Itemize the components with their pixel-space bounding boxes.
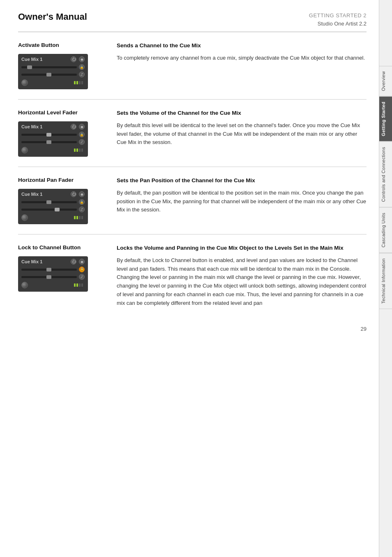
sidebar-tab-overview[interactable]: Overview	[379, 66, 392, 96]
headphone-icon-4: ◉	[79, 259, 85, 265]
pan-fader-row-2	[21, 139, 85, 145]
headphone-icon-2: ◉	[79, 124, 85, 130]
sidebar: Overview Getting Started Controls and Co…	[379, 0, 392, 557]
power-icon-3	[71, 191, 76, 197]
zap-icon-3	[79, 207, 85, 212]
pan-fader-thumb-1	[46, 73, 51, 77]
seg-3-1	[74, 216, 76, 219]
seg-2-1	[74, 149, 76, 152]
seg-3-3	[79, 216, 81, 219]
pan-fader-thumb-3	[55, 208, 60, 211]
level-fader-heading: Sets the Volume of the Channel for the C…	[117, 109, 367, 117]
fader-lock-3: 🔒	[79, 199, 85, 205]
cue-segments-3	[74, 216, 83, 219]
seg-4-3	[79, 283, 81, 287]
sidebar-tab-controls[interactable]: Controls and Connections	[379, 142, 392, 207]
lock-button-label: Lock to Channel Button	[18, 244, 108, 251]
sidebar-tab-technical[interactable]: Technical Information	[379, 253, 392, 309]
cue-widget-pan: Cue Mix 1 ◉ 🔒	[18, 189, 88, 224]
cue-widget-title-4: Cue Mix 1	[21, 259, 42, 264]
level-fader-row-2: 🔒	[21, 132, 85, 137]
section-right-lock: Locks the Volume and Panning in the Cue …	[117, 244, 367, 308]
pan-fader-track-4	[21, 276, 77, 278]
page-number: 29	[18, 326, 367, 332]
fader-lock-1: 🔒	[79, 64, 85, 70]
level-fader-track-1	[21, 66, 77, 68]
level-fader-thumb-4	[46, 268, 51, 272]
activate-heading: Sends a Channel to the Cue Mix	[117, 42, 367, 50]
zap-icon-2	[79, 139, 85, 145]
cue-bottom-1	[21, 79, 85, 86]
section-right-pan: Sets the Pan Position of the Channel for…	[117, 177, 367, 224]
level-fader-row-4: 🔒	[21, 267, 85, 272]
cue-segments-4	[74, 283, 83, 287]
level-fader-thumb-1	[27, 65, 32, 69]
cue-icons-3: ◉	[71, 191, 85, 197]
section-left-level: Horizontal Level Fader Cue Mix 1 ◉ 🔒	[18, 109, 108, 157]
lock-button-heading: Locks the Volume and Panning in the Cue …	[117, 244, 367, 252]
cue-knob-4	[21, 282, 28, 288]
power-icon-1	[71, 56, 76, 62]
cue-widget-title-2: Cue Mix 1	[21, 124, 42, 129]
pan-fader-track-2	[21, 141, 77, 143]
level-fader-row-3: 🔒	[21, 199, 85, 205]
cue-widget-level: Cue Mix 1 ◉ 🔒	[18, 121, 88, 157]
cue-widget-activate: Cue Mix 1 ◉ 🔒	[18, 54, 88, 89]
subtitle-label: Studio One Artist 2.2	[309, 20, 367, 28]
pan-fader-row-3	[21, 207, 85, 212]
cue-segments-1	[74, 81, 83, 84]
cue-icons-2: ◉	[71, 124, 85, 130]
pan-fader-track-3	[21, 209, 77, 211]
cue-widget-title-1: Cue Mix 1	[21, 57, 42, 62]
section-right-activate: Sends a Channel to the Cue Mix To comple…	[117, 42, 367, 89]
cue-knob-2	[21, 147, 28, 153]
seg-3-2	[76, 216, 78, 219]
activate-body: To completely remove any channel from a …	[117, 54, 367, 63]
cue-bottom-3	[21, 214, 85, 221]
cue-widget-lock: Cue Mix 1 ◉ 🔒	[18, 256, 88, 292]
level-fader-track-3	[21, 201, 77, 203]
seg-3-4	[81, 216, 83, 219]
section-right-level: Sets the Volume of the Channel for the C…	[117, 109, 367, 157]
pan-fader-thumb-4	[46, 275, 51, 279]
pan-fader-heading: Sets the Pan Position of the Channel for…	[117, 177, 367, 185]
headphone-icon-3: ◉	[79, 191, 85, 197]
page-header: Owner's Manual GETTING STARTED 2 Studio …	[18, 0, 367, 32]
seg-1	[74, 81, 76, 84]
fader-lock-2: 🔒	[79, 132, 85, 137]
pan-fader-thumb-2	[46, 140, 51, 144]
power-icon-2	[71, 124, 76, 130]
level-fader-track-4	[21, 269, 77, 271]
lock-button-body: By default, the Lock to Channel button i…	[117, 256, 367, 308]
cue-knob-1	[21, 79, 28, 86]
pan-fader-row-1	[21, 72, 85, 77]
seg-4-4	[81, 283, 83, 287]
level-fader-row-1: 🔒	[21, 64, 85, 70]
section-activate-button: Activate Button Cue Mix 1 ◉ 🔒	[18, 32, 367, 100]
section-lock-button: Lock to Channel Button Cue Mix 1 ◉ 🔒	[18, 234, 367, 318]
cue-icons-4: ◉	[71, 259, 85, 265]
pan-fader-body: By default, the pan position will be ide…	[117, 189, 367, 214]
seg-2	[76, 81, 78, 84]
cue-bottom-2	[21, 147, 85, 153]
section-level-fader: Horizontal Level Fader Cue Mix 1 ◉ 🔒	[18, 100, 367, 167]
seg-4	[81, 81, 83, 84]
section-pan-fader: Horizontal Pan Fader Cue Mix 1 ◉ 🔒	[18, 167, 367, 234]
seg-4-2	[76, 283, 78, 287]
pan-fader-label: Horizontal Pan Fader	[18, 177, 108, 183]
power-icon-4	[71, 259, 76, 265]
seg-2-4	[81, 149, 83, 152]
pan-fader-track-1	[21, 74, 77, 76]
sidebar-tab-getting-started[interactable]: Getting Started	[379, 96, 392, 142]
pan-fader-row-4	[21, 274, 85, 280]
section-left-lock: Lock to Channel Button Cue Mix 1 ◉ 🔒	[18, 244, 108, 308]
headphone-icon-1: ◉	[79, 56, 85, 62]
cue-knob-3	[21, 214, 28, 221]
seg-4-1	[74, 283, 76, 287]
sidebar-tab-cascading[interactable]: Cascading Units	[379, 207, 392, 253]
cue-bottom-4	[21, 282, 85, 288]
level-fader-track-2	[21, 134, 77, 136]
level-fader-thumb-2	[46, 133, 51, 137]
header-info: GETTING STARTED 2 Studio One Artist 2.2	[309, 12, 367, 28]
level-fader-thumb-3	[46, 200, 51, 204]
